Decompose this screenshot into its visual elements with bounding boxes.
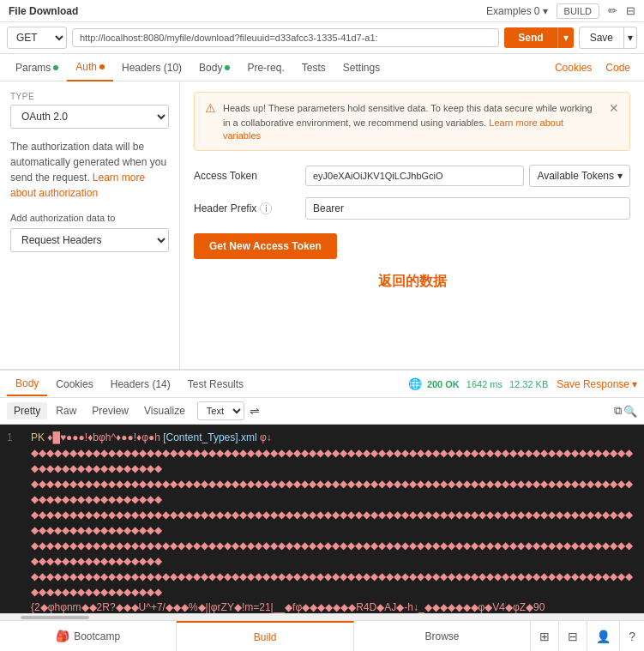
chevron-down-icon: ▾: [632, 378, 637, 390]
response-tab-headers[interactable]: Headers (14): [102, 373, 179, 395]
bottom-grid[interactable]: ⊞: [531, 621, 559, 651]
tab-auth[interactable]: Auth: [67, 54, 113, 81]
auth-dest-select[interactable]: Request Headers: [10, 228, 169, 252]
auth-dot: [99, 64, 105, 69]
response-tab-body[interactable]: Body: [7, 372, 47, 396]
body-dot: [225, 65, 230, 70]
search-icon[interactable]: 🔍: [623, 405, 637, 418]
bottom-browse[interactable]: Browse: [354, 621, 531, 651]
format-tab-raw[interactable]: Raw: [49, 402, 83, 419]
save-dropdown-button[interactable]: ▾: [624, 27, 637, 49]
chevron-down-icon: ▾: [563, 32, 569, 44]
alert-close-button[interactable]: ✕: [609, 101, 619, 115]
response-tab-test-results[interactable]: Test Results: [179, 373, 252, 395]
access-token-input[interactable]: [305, 166, 524, 186]
type-label: TYPE: [10, 92, 169, 101]
tab-tests[interactable]: Tests: [293, 55, 334, 81]
save-button[interactable]: Save: [579, 27, 624, 49]
tab-params[interactable]: Params: [7, 55, 67, 81]
tab-headers[interactable]: Headers (10): [113, 55, 190, 81]
access-token-label: Access Token: [194, 170, 305, 182]
save-response-button[interactable]: Save Response ▾: [557, 378, 637, 390]
bottom-build[interactable]: Build: [177, 621, 353, 651]
warning-icon: ⚠: [205, 101, 216, 115]
auth-description: The authorization data will be automatic…: [10, 139, 169, 201]
format-tab-visualize[interactable]: Visualize: [137, 402, 192, 419]
layout-icon[interactable]: ⊟: [626, 4, 635, 17]
chevron-down-icon: ▾: [628, 32, 633, 44]
tab-body[interactable]: Body: [190, 55, 238, 81]
header-prefix-input[interactable]: [305, 197, 630, 220]
params-dot: [53, 65, 58, 70]
copy-icon[interactable]: ⧉: [614, 404, 622, 418]
send-dropdown-button[interactable]: ▾: [557, 27, 574, 48]
alert-box: ⚠ Heads up! These parameters hold sensit…: [194, 92, 630, 151]
cookies-link[interactable]: Cookies: [548, 62, 599, 74]
status-size: 12.32 KB: [509, 379, 548, 389]
format-tab-preview[interactable]: Preview: [85, 402, 135, 419]
format-type-select[interactable]: Text: [197, 401, 244, 420]
code-link[interactable]: Code: [599, 62, 637, 74]
header-prefix-label: Header Prefix: [194, 202, 256, 214]
method-select[interactable]: GET: [7, 27, 67, 49]
globe-icon: 🌐: [408, 377, 422, 390]
bottom-person[interactable]: 👤: [587, 621, 620, 651]
response-body: 1PK ♦█♥●●●!♦bφh^♦●●!♦φ●h [Content_Types]…: [0, 425, 644, 613]
bottom-help[interactable]: ?: [620, 621, 644, 651]
available-tokens-button[interactable]: Available Tokens ▾: [529, 165, 630, 187]
returned-data-label: 返回的数据: [194, 273, 630, 291]
bottom-bootcamp[interactable]: 🎒 Bootcamp: [0, 621, 177, 651]
question-icon: ?: [629, 630, 635, 643]
build-button[interactable]: BUILD: [557, 3, 599, 19]
chevron-down-icon: ▾: [617, 170, 623, 182]
add-auth-label: Add authorization data to: [10, 213, 169, 223]
send-button[interactable]: Send: [504, 27, 557, 48]
bootcamp-icon: 🎒: [56, 630, 69, 642]
person-icon: 👤: [596, 630, 611, 643]
tab-prereq[interactable]: Pre-req.: [238, 55, 292, 81]
examples-button[interactable]: Examples 0 ▾: [486, 5, 548, 17]
format-tab-pretty[interactable]: Pretty: [7, 402, 47, 419]
wrap-icon[interactable]: ⇌: [250, 404, 260, 418]
app-title: File Download: [9, 5, 78, 17]
edit-icon[interactable]: ✏: [608, 4, 617, 17]
status-time: 1642 ms: [466, 379, 503, 389]
chevron-down-icon: ▾: [543, 5, 548, 17]
layout-icon: ⊟: [568, 630, 578, 643]
status-ok: 200 OK: [427, 379, 460, 389]
auth-type-select[interactable]: OAuth 2.0: [10, 105, 169, 129]
grid-icon: ⊞: [539, 630, 550, 643]
bottom-layout[interactable]: ⊟: [559, 621, 587, 651]
url-input[interactable]: [72, 28, 499, 47]
tab-settings[interactable]: Settings: [334, 55, 388, 81]
response-tab-cookies[interactable]: Cookies: [47, 373, 101, 395]
get-new-token-button[interactable]: Get New Access Token: [194, 233, 337, 259]
info-icon[interactable]: i: [260, 202, 272, 214]
